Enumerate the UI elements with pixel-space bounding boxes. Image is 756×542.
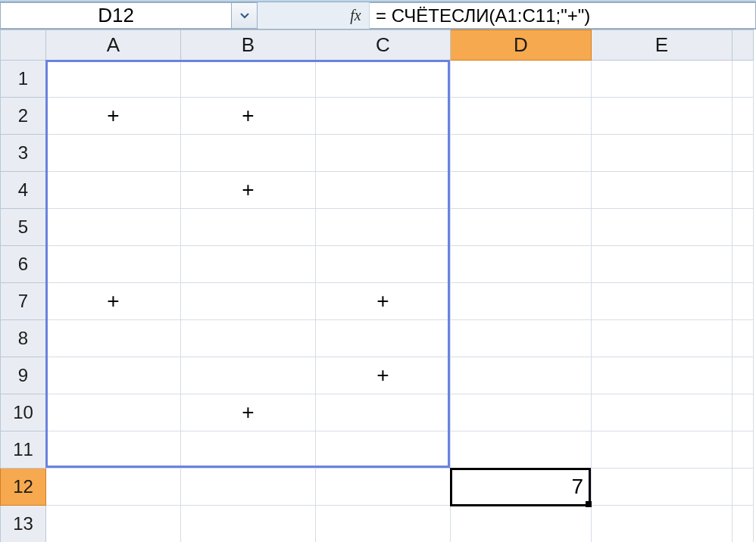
cell-A11[interactable] [46,431,181,469]
name-box-dropdown[interactable] [232,2,258,29]
cell-B12[interactable] [181,469,316,506]
row-header-7[interactable]: 7 [1,283,46,320]
cell-C2[interactable] [316,98,451,135]
cell-C3[interactable] [316,135,451,172]
row-header-10[interactable]: 10 [1,394,46,431]
cell-D4[interactable] [451,172,592,209]
cell-D6[interactable] [451,246,592,283]
col-header-E[interactable]: E [592,30,733,61]
cell-D5[interactable] [451,209,592,246]
cell-A5[interactable] [46,209,181,246]
cell-E12[interactable] [592,469,733,506]
col-header-partial[interactable] [733,30,754,61]
cell-F1[interactable] [733,61,754,98]
row-header-11[interactable]: 11 [1,431,46,469]
cell-D3[interactable] [451,135,592,172]
cell-F2[interactable] [733,98,754,135]
row-header-2[interactable]: 2 [1,98,46,135]
cell-B8[interactable] [181,320,316,357]
cell-B10[interactable]: + [181,394,316,431]
cell-F3[interactable] [733,135,754,172]
row-header-13[interactable]: 13 [1,506,46,543]
row-header-9[interactable]: 9 [1,357,46,394]
cell-F4[interactable] [733,172,754,209]
cell-A9[interactable] [46,357,181,394]
name-box[interactable]: D12 [0,2,232,29]
cell-E11[interactable] [592,431,733,469]
cell-F9[interactable] [733,357,754,394]
cell-B2[interactable]: + [181,98,316,135]
cell-A7[interactable]: + [46,283,181,320]
cell-A3[interactable] [46,135,181,172]
row-header-5[interactable]: 5 [1,209,46,246]
cell-C10[interactable] [316,394,451,431]
cell-E7[interactable] [592,283,733,320]
row-header-12[interactable]: 12 [1,469,46,506]
cell-B13[interactable] [181,506,316,543]
cell-B11[interactable] [181,431,316,469]
fx-icon[interactable]: fx [342,2,370,29]
cell-B9[interactable] [181,357,316,394]
cell-D9[interactable] [451,357,592,394]
cell-A6[interactable] [46,246,181,283]
cell-C4[interactable] [316,172,451,209]
cell-F8[interactable] [733,320,754,357]
cell-D10[interactable] [451,394,592,431]
cell-C9[interactable]: + [316,357,451,394]
row-header-8[interactable]: 8 [1,320,46,357]
cell-E1[interactable] [592,61,733,98]
cell-F5[interactable] [733,209,754,246]
cell-D7[interactable] [451,283,592,320]
cell-D8[interactable] [451,320,592,357]
cell-A10[interactable] [46,394,181,431]
cell-C11[interactable] [316,431,451,469]
cell-F10[interactable] [733,394,754,431]
cell-A2[interactable]: + [46,98,181,135]
cell-E10[interactable] [592,394,733,431]
row-header-3[interactable]: 3 [1,135,46,172]
cell-F13[interactable] [733,506,754,543]
cell-B5[interactable] [181,209,316,246]
cell-C7[interactable]: + [316,283,451,320]
formula-input[interactable]: = СЧЁТЕСЛИ(A1:C11;"+") [370,2,756,29]
cell-D1[interactable] [451,61,592,98]
cell-E13[interactable] [592,506,733,543]
cell-A8[interactable] [46,320,181,357]
cell-B6[interactable] [181,246,316,283]
col-header-C[interactable]: C [316,30,451,61]
cell-F6[interactable] [733,246,754,283]
cell-F7[interactable] [733,283,754,320]
cell-E3[interactable] [592,135,733,172]
cell-A4[interactable] [46,172,181,209]
cell-F12[interactable] [733,469,754,506]
row-header-4[interactable]: 4 [1,172,46,209]
col-header-D[interactable]: D [451,30,592,61]
row-header-1[interactable]: 1 [1,61,46,98]
cell-E4[interactable] [592,172,733,209]
cell-A1[interactable] [46,61,181,98]
row-header-6[interactable]: 6 [1,246,46,283]
cell-A13[interactable] [46,506,181,543]
col-header-B[interactable]: B [181,30,316,61]
spreadsheet-grid[interactable]: A B C D E 1 2++ 3 4+ 5 6 7++ 8 9+ 10+ 11… [0,30,756,542]
cell-E2[interactable] [592,98,733,135]
cell-D11[interactable] [451,431,592,469]
cell-C8[interactable] [316,320,451,357]
cell-F11[interactable] [733,431,754,469]
cell-C12[interactable] [316,469,451,506]
cell-E6[interactable] [592,246,733,283]
select-all-corner[interactable] [1,30,46,61]
cell-B4[interactable]: + [181,172,316,209]
cell-B3[interactable] [181,135,316,172]
cell-D12[interactable]: 7 [451,469,592,506]
cell-E8[interactable] [592,320,733,357]
cell-D13[interactable] [451,506,592,543]
cell-C1[interactable] [316,61,451,98]
cell-B7[interactable] [181,283,316,320]
cell-C13[interactable] [316,506,451,543]
cell-C6[interactable] [316,246,451,283]
cell-B1[interactable] [181,61,316,98]
cell-C5[interactable] [316,209,451,246]
cell-E9[interactable] [592,357,733,394]
cell-A12[interactable] [46,469,181,506]
